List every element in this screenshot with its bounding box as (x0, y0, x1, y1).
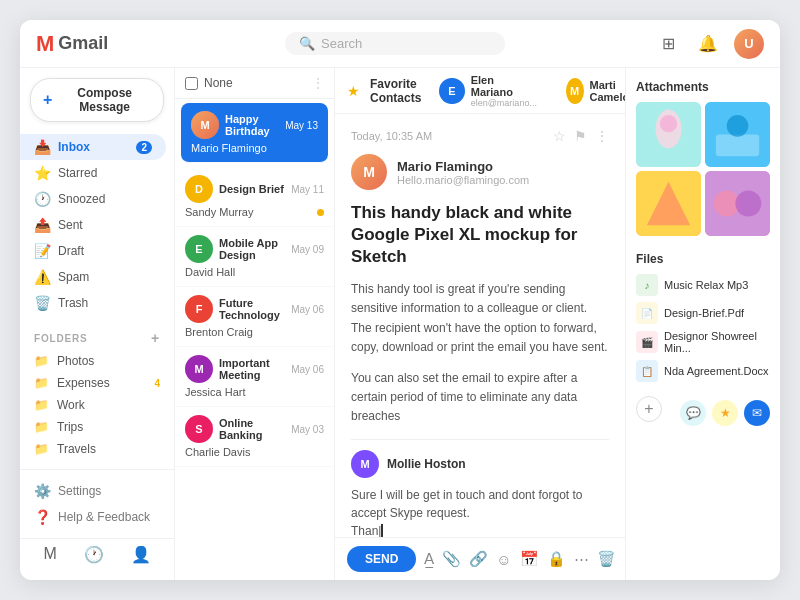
more-options-icon[interactable]: ⋮ (312, 76, 324, 90)
attachment-thumb-1[interactable] (636, 102, 701, 167)
format-icon[interactable]: A̲ (424, 550, 434, 568)
file-item-2[interactable]: 📄 Design-Brief.Pdf (636, 302, 770, 324)
sidebar-item-starred[interactable]: ⭐ Starred (20, 160, 166, 186)
add-folder-icon[interactable]: + (151, 330, 160, 346)
attachment-thumb-3[interactable] (636, 171, 701, 236)
emoji-icon[interactable]: ☺ (496, 551, 511, 568)
sidebar-item-trash[interactable]: 🗑️ Trash (20, 290, 166, 316)
email-sender-5: Important Meeting (219, 357, 285, 381)
flag-email-icon[interactable]: ⚑ (574, 128, 587, 144)
send-button[interactable]: SEND (347, 546, 416, 572)
none-label: None (204, 76, 233, 90)
email-list: None ⋮ M Happy Birthday May 13 Mario Fla… (175, 68, 335, 580)
file-item-1[interactable]: ♪ Music Relax Mp3 (636, 274, 770, 296)
topbar: M Gmail 🔍 Search ⊞ 🔔 U (20, 20, 780, 68)
folder-expenses-label: Expenses (57, 376, 110, 390)
email-item-1[interactable]: M Happy Birthday May 13 Mario Flamingo (181, 103, 328, 163)
svg-point-10 (735, 191, 761, 217)
starred-icon: ⭐ (34, 165, 50, 181)
reply-sender-row: M Mollie Hoston (351, 450, 609, 478)
fav-avatar-elen: E (439, 78, 464, 104)
folder-work-icon: 📁 (34, 398, 49, 412)
add-file-button[interactable]: + (636, 396, 662, 422)
folders-header: FOLDERS + (20, 324, 174, 350)
folder-work[interactable]: 📁 Work (20, 394, 174, 416)
folder-trips[interactable]: 📁 Trips (20, 416, 174, 438)
sidebar-footer: ⚙️ Settings ❓ Help & Feedback (20, 469, 174, 538)
more-email-icon[interactable]: ⋮ (595, 128, 609, 144)
file-item-3[interactable]: 🎬 Designor Showreel Min... (636, 330, 770, 354)
select-all-checkbox[interactable] (185, 77, 198, 90)
email-timestamp: Today, 10:35 AM (351, 130, 432, 142)
folder-expenses-icon: 📁 (34, 376, 49, 390)
search-box[interactable]: 🔍 Search (285, 32, 505, 55)
attach-icon[interactable]: 📎 (442, 550, 461, 568)
attachments-grid (636, 102, 770, 236)
clock-bottom-icon[interactable]: 🕐 (84, 545, 104, 564)
sidebar-item-draft[interactable]: 📝 Draft (20, 238, 166, 264)
file-item-4[interactable]: 📋 Nda Agreement.Docx (636, 360, 770, 382)
email-item-3[interactable]: E Mobile App Design May 09 David Hall (175, 227, 334, 287)
help-icon: ❓ (34, 509, 50, 525)
sidebar-bottom-icons: M 🕐 👤 (20, 538, 174, 570)
chat-icon-button[interactable]: 💬 (680, 400, 706, 426)
svg-point-2 (660, 115, 677, 132)
file-icon-mp3: ♪ (636, 274, 658, 296)
compose-button[interactable]: + Compose Message (30, 78, 164, 122)
attachment-thumb-4[interactable] (705, 171, 770, 236)
email-item-6[interactable]: S Online Banking May 03 Charlie Davis (175, 407, 334, 467)
person-bottom-icon[interactable]: 👤 (131, 545, 151, 564)
favorite-star-icon: ★ (347, 83, 360, 99)
sender-avatar: M (351, 154, 387, 190)
sidebar-item-settings[interactable]: ⚙️ Settings (20, 478, 166, 504)
email-view: Today, 10:35 AM ☆ ⚑ ⋮ M Mario Flamingo H… (335, 114, 625, 537)
sidebar-item-spam[interactable]: ⚠️ Spam (20, 264, 166, 290)
email-date-4: May 06 (291, 304, 324, 315)
lock-icon[interactable]: 🔒 (547, 550, 566, 568)
reply-avatar: M (351, 450, 379, 478)
fav-contact-elen[interactable]: E Elen Mariano elen@mariano... (439, 74, 537, 108)
inbox-badge: 2 (136, 141, 152, 154)
bell-icon: 🔔 (698, 34, 718, 53)
sender-info: Mario Flamingo Hello.mario@flamingo.com (397, 159, 529, 186)
email-item-2[interactable]: D Design Brief May 11 Sandy Murray (175, 167, 334, 227)
gmail-bottom-icon[interactable]: M (43, 545, 56, 564)
files-list: ♪ Music Relax Mp3 📄 Design-Brief.Pdf 🎬 D… (636, 274, 770, 382)
notifications-button[interactable]: 🔔 (694, 30, 722, 58)
email-item-4[interactable]: F Future Technology May 06 Brenton Craig (175, 287, 334, 347)
star-icon-button[interactable]: ★ (712, 400, 738, 426)
compose-toolbar: SEND A̲ 📎 🔗 ☺ 📅 🔒 ⋯ 🗑️ ⋮ (335, 537, 625, 580)
send-icon-button[interactable]: ✉ (744, 400, 770, 426)
sidebar-item-help-label: Help & Feedback (58, 510, 150, 524)
file-name-2: Design-Brief.Pdf (664, 307, 744, 319)
calendar-icon[interactable]: 📅 (520, 550, 539, 568)
user-avatar[interactable]: U (734, 29, 764, 59)
delete-draft-icon[interactable]: 🗑️ (597, 550, 616, 568)
folder-expenses[interactable]: 📁 Expenses 4 (20, 372, 174, 394)
sidebar-item-sent[interactable]: 📤 Sent (20, 212, 166, 238)
link-icon[interactable]: 🔗 (469, 550, 488, 568)
folder-photos[interactable]: 📁 Photos (20, 350, 174, 372)
fav-avatar-marti: M (566, 78, 584, 104)
sidebar-item-help[interactable]: ❓ Help & Feedback (20, 504, 166, 530)
email-item-5[interactable]: M Important Meeting May 06 Jessica Hart (175, 347, 334, 407)
folder-photos-label: Photos (57, 354, 94, 368)
fav-info-elen: Elen Mariano elen@mariano... (471, 74, 538, 108)
settings-icon: ⚙️ (34, 483, 50, 499)
sidebar-item-inbox[interactable]: 📥 Inbox 2 (20, 134, 166, 160)
trash-icon: 🗑️ (34, 295, 50, 311)
email-subject-1: Mario Flamingo (191, 142, 318, 154)
grid-icon-button[interactable]: ⊞ (654, 30, 682, 58)
svg-point-5 (727, 115, 749, 137)
file-name-4: Nda Agreement.Docx (664, 365, 769, 377)
attachment-thumb-2[interactable] (705, 102, 770, 167)
email-view-meta: Today, 10:35 AM ☆ ⚑ ⋮ (351, 128, 609, 144)
sidebar-item-snoozed[interactable]: 🕐 Snoozed (20, 186, 166, 212)
email-dot-2 (317, 209, 324, 216)
fav-contact-marti[interactable]: M Marti Camelo (566, 78, 625, 104)
star-email-icon[interactable]: ☆ (553, 128, 566, 144)
more-toolbar-icon[interactable]: ⋯ (574, 550, 589, 568)
fav-email-elen: elen@mariano... (471, 98, 538, 108)
folder-travels[interactable]: 📁 Travels (20, 438, 174, 460)
search-icon: 🔍 (299, 36, 315, 51)
